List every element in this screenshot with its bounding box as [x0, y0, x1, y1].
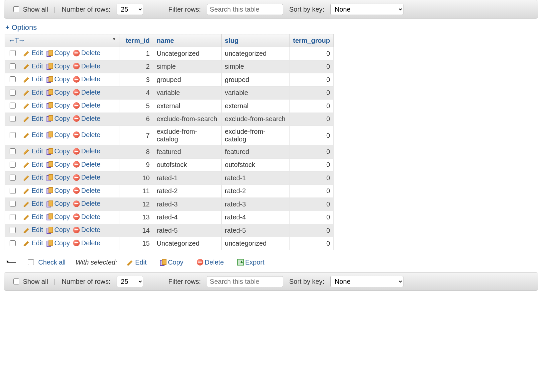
copy-icon [47, 115, 53, 122]
options-toggle[interactable]: + Options [5, 23, 37, 32]
columns-toggle-icon[interactable]: ←T→ [8, 36, 24, 45]
row-edit-button[interactable]: Edit [24, 161, 43, 168]
row-checkbox[interactable] [10, 76, 16, 82]
row-delete-button[interactable]: Delete [73, 131, 100, 139]
pencil-icon [24, 89, 30, 96]
pencil-icon [24, 102, 30, 109]
bulk-delete-button[interactable]: Delete [197, 259, 224, 266]
row-edit-button[interactable]: Edit [24, 89, 43, 96]
row-delete-button[interactable]: Delete [73, 174, 100, 181]
show-all-toggle[interactable]: Show all [12, 5, 48, 13]
pencil-icon [24, 76, 30, 83]
row-checkbox[interactable] [10, 90, 16, 96]
row-copy-button[interactable]: Copy [47, 161, 70, 168]
row-copy-button[interactable]: Copy [47, 75, 70, 83]
show-all-toggle-bottom[interactable]: Show all [12, 277, 48, 285]
row-edit-button[interactable]: Edit [24, 174, 43, 181]
bulk-export-button[interactable]: Export [237, 259, 265, 266]
row-delete-button[interactable]: Delete [73, 102, 100, 109]
row-checkbox[interactable] [10, 132, 16, 138]
row-copy-button[interactable]: Copy [47, 239, 70, 247]
bulk-edit-button[interactable]: Edit [127, 259, 147, 266]
row-delete-button[interactable]: Delete [73, 147, 100, 155]
cell-term-group: 0 [289, 211, 333, 224]
row-checkbox[interactable] [10, 63, 16, 69]
row-delete-button[interactable]: Delete [73, 62, 100, 70]
row-edit-button[interactable]: Edit [24, 49, 43, 57]
column-actions[interactable]: ←T→ ▼ [5, 34, 120, 47]
show-all-checkbox[interactable] [13, 6, 19, 12]
row-checkbox[interactable] [10, 175, 16, 181]
row-edit-button[interactable]: Edit [24, 62, 43, 70]
row-delete-button[interactable]: Delete [73, 213, 100, 221]
row-delete-button[interactable]: Delete [73, 75, 100, 83]
bulk-copy-label: Copy [168, 259, 183, 266]
sort-select-bottom[interactable]: None [330, 276, 403, 287]
rows-select-bottom[interactable]: 25 [117, 276, 143, 287]
row-copy-button[interactable]: Copy [47, 174, 70, 181]
row-copy-button[interactable]: Copy [47, 226, 70, 234]
row-copy-button[interactable]: Copy [47, 62, 70, 70]
row-copy-button[interactable]: Copy [47, 115, 70, 122]
row-delete-button[interactable]: Delete [73, 161, 100, 168]
sort-select[interactable]: None [330, 4, 403, 15]
row-copy-button[interactable]: Copy [47, 147, 70, 155]
row-copy-button[interactable]: Copy [47, 200, 70, 207]
row-delete-button[interactable]: Delete [73, 200, 100, 207]
row-edit-button[interactable]: Edit [24, 239, 43, 247]
row-edit-button[interactable]: Edit [24, 200, 43, 207]
row-edit-label: Edit [32, 187, 43, 195]
row-checkbox[interactable] [10, 214, 16, 220]
row-copy-label: Copy [54, 187, 70, 195]
row-edit-button[interactable]: Edit [24, 187, 43, 195]
row-copy-button[interactable]: Copy [47, 131, 70, 139]
pencil-icon [24, 115, 30, 122]
row-delete-button[interactable]: Delete [73, 115, 100, 122]
row-checkbox[interactable] [10, 50, 16, 56]
cell-slug: rated-5 [221, 224, 289, 237]
row-copy-button[interactable]: Copy [47, 102, 70, 109]
row-checkbox[interactable] [10, 116, 16, 122]
row-edit-button[interactable]: Edit [24, 115, 43, 122]
row-edit-button[interactable]: Edit [24, 102, 43, 109]
row-checkbox[interactable] [10, 188, 16, 194]
row-delete-button[interactable]: Delete [73, 89, 100, 96]
row-checkbox[interactable] [10, 240, 16, 246]
row-checkbox[interactable] [10, 148, 16, 154]
row-delete-button[interactable]: Delete [73, 239, 100, 247]
row-delete-button[interactable]: Delete [73, 226, 100, 234]
row-copy-button[interactable]: Copy [47, 213, 70, 221]
row-edit-button[interactable]: Edit [24, 147, 43, 155]
filter-input[interactable] [207, 4, 283, 15]
row-checkbox[interactable] [10, 103, 16, 109]
check-all-toggle[interactable]: Check all [27, 258, 65, 266]
row-checkbox[interactable] [10, 227, 16, 233]
row-copy-button[interactable]: Copy [47, 89, 70, 96]
bulk-copy-button[interactable]: Copy [160, 259, 183, 266]
table-row: EditCopyDelete7exclude-from-catalogexclu… [5, 126, 334, 145]
column-name[interactable]: name [153, 34, 221, 47]
show-all-checkbox-bottom[interactable] [13, 278, 19, 284]
column-term-id[interactable]: term_id [120, 34, 153, 47]
row-delete-button[interactable]: Delete [73, 49, 100, 57]
cell-term-group: 0 [289, 73, 333, 87]
row-copy-button[interactable]: Copy [47, 187, 70, 195]
copy-icon [47, 89, 53, 96]
show-all-label-bottom: Show all [23, 278, 48, 285]
row-delete-button[interactable]: Delete [73, 187, 100, 195]
row-edit-button[interactable]: Edit [24, 226, 43, 234]
row-checkbox[interactable] [10, 162, 16, 168]
row-edit-button[interactable]: Edit [24, 75, 43, 83]
column-slug[interactable]: slug [221, 34, 289, 47]
cell-slug: external [221, 100, 289, 113]
row-edit-label: Edit [32, 200, 43, 207]
row-copy-button[interactable]: Copy [47, 49, 70, 57]
column-term-group[interactable]: term_group [289, 34, 333, 47]
row-edit-button[interactable]: Edit [24, 131, 43, 139]
row-checkbox[interactable] [10, 201, 16, 207]
rows-select[interactable]: 25 [117, 4, 143, 15]
filter-input-bottom[interactable] [207, 276, 283, 287]
delete-icon [73, 161, 80, 168]
check-all-checkbox[interactable] [28, 259, 34, 265]
row-edit-button[interactable]: Edit [24, 213, 43, 221]
